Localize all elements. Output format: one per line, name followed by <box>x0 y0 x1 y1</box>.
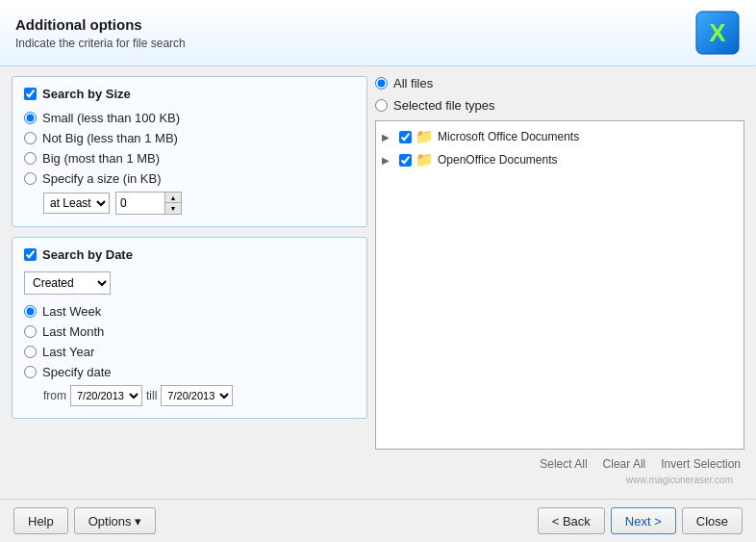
options-button[interactable]: Options ▾ <box>74 507 156 534</box>
search-by-date-checkbox[interactable] <box>24 248 37 261</box>
selected-types-radio[interactable] <box>375 99 388 112</box>
main-content: Search by Size Small (less than 100 KB) … <box>0 66 756 499</box>
date-lastweek-option: Last Week <box>24 304 355 319</box>
till-label: till <box>146 389 157 402</box>
size-big-option: Big (most than 1 MB) <box>24 151 355 166</box>
options-label: Options <box>88 514 132 529</box>
size-notbig-label[interactable]: Not Big (less than 1 MB) <box>42 131 178 145</box>
size-small-radio[interactable] <box>24 112 37 124</box>
size-big-label[interactable]: Big (most than 1 MB) <box>42 151 160 166</box>
help-button[interactable]: Help <box>13 507 68 534</box>
size-notbig-option: Not Big (less than 1 MB) <box>24 131 355 145</box>
at-least-select[interactable]: at Least at Most <box>43 193 110 214</box>
size-spinner-up[interactable]: ▲ <box>165 193 181 203</box>
date-lastyear-option: Last Year <box>24 345 355 359</box>
date-group-title: Search by Date <box>24 247 355 262</box>
date-type-select[interactable]: Created Modified Accessed <box>24 271 111 295</box>
from-date-select[interactable]: 7/20/2013 7/19/2013 <box>70 385 142 406</box>
selected-file-types-row: Selected file types <box>375 98 744 113</box>
invert-selection-button[interactable]: Invert Selection <box>657 455 744 473</box>
next-button[interactable]: Next > <box>611 507 676 534</box>
file-tree-box: ▶ 📁 Microsoft Office Documents ▶ 📁 OpenO… <box>375 120 744 450</box>
search-by-date-group: Search by Date Created Modified Accessed… <box>12 237 367 419</box>
page-subtitle: Indicate the criteria for file search <box>15 37 186 50</box>
tree-item-openoffice[interactable]: ▶ 📁 OpenOffice Documents <box>378 148 742 171</box>
date-dropdown-row: Created Modified Accessed <box>24 271 355 295</box>
search-by-date-label[interactable]: Search by Date <box>42 247 133 262</box>
date-lastmonth-radio[interactable] <box>24 325 37 338</box>
app-logo: X <box>694 10 741 56</box>
footer-right: < Back Next > Close <box>538 507 743 534</box>
options-chevron-icon: ▾ <box>135 514 141 529</box>
search-by-size-group: Search by Size Small (less than 100 KB) … <box>12 76 367 227</box>
size-notbig-radio[interactable] <box>24 132 37 144</box>
date-lastweek-radio[interactable] <box>24 305 37 318</box>
date-lastyear-label[interactable]: Last Year <box>42 345 94 359</box>
header: Additional options Indicate the criteria… <box>0 0 756 66</box>
watermark-text: www.magicuneraser.com <box>626 475 733 485</box>
from-label: from <box>43 389 66 402</box>
size-specify-label[interactable]: Specify a size (in KB) <box>42 171 162 186</box>
date-specify-label[interactable]: Specify date <box>42 365 112 379</box>
size-small-option: Small (less than 100 KB) <box>24 111 355 125</box>
all-files-row: All files <box>375 76 744 90</box>
folder-icon-openoffice: 📁 <box>416 151 434 168</box>
window: Additional options Indicate the criteria… <box>0 0 756 542</box>
header-text: Additional options Indicate the criteria… <box>15 16 186 50</box>
all-files-radio[interactable] <box>375 77 388 90</box>
specify-size-row: at Least at Most ▲ ▼ <box>43 192 355 215</box>
clear-all-button[interactable]: Clear All <box>599 455 650 473</box>
page-title: Additional options <box>15 16 186 33</box>
search-by-size-label[interactable]: Search by Size <box>42 87 131 101</box>
size-number-wrap: ▲ ▼ <box>115 192 182 215</box>
size-spinner-down[interactable]: ▼ <box>165 203 181 214</box>
close-button[interactable]: Close <box>682 507 743 534</box>
left-panel: Search by Size Small (less than 100 KB) … <box>12 76 367 489</box>
file-type-options: All files Selected file types ▶ 📁 Micros… <box>375 76 744 473</box>
select-all-button[interactable]: Select All <box>536 455 591 473</box>
date-lastyear-radio[interactable] <box>24 346 37 358</box>
back-button[interactable]: < Back <box>538 507 605 534</box>
date-lastmonth-option: Last Month <box>24 324 355 339</box>
till-date-select[interactable]: 7/20/2013 7/19/2013 <box>161 385 233 406</box>
tree-label-microsoft: Microsoft Office Documents <box>438 130 579 143</box>
svg-text:X: X <box>709 18 726 47</box>
action-buttons-row: Select All Clear All Invert Selection <box>375 455 744 473</box>
tree-label-openoffice: OpenOffice Documents <box>438 153 558 167</box>
footer: Help Options ▾ < Back Next > Close <box>0 499 756 542</box>
footer-left: Help Options ▾ <box>13 507 156 534</box>
date-specify-option: Specify date <box>24 365 355 379</box>
selected-types-label[interactable]: Selected file types <box>393 98 495 113</box>
checkbox-microsoft[interactable] <box>399 131 412 143</box>
tree-item-microsoft[interactable]: ▶ 📁 Microsoft Office Documents <box>378 125 742 148</box>
search-by-size-checkbox[interactable] <box>24 88 37 100</box>
watermark: www.magicuneraser.com <box>375 473 744 489</box>
size-big-radio[interactable] <box>24 152 37 165</box>
size-specify-radio[interactable] <box>24 172 37 185</box>
right-panel: All files Selected file types ▶ 📁 Micros… <box>375 76 744 489</box>
all-files-label[interactable]: All files <box>393 76 433 90</box>
size-spinner: ▲ ▼ <box>164 193 181 214</box>
folder-icon-microsoft: 📁 <box>416 128 434 145</box>
size-group-title: Search by Size <box>24 87 355 101</box>
date-lastweek-label[interactable]: Last Week <box>42 304 101 319</box>
date-lastmonth-label[interactable]: Last Month <box>42 324 104 339</box>
expand-icon-openoffice[interactable]: ▶ <box>382 155 395 166</box>
date-specify-radio[interactable] <box>24 366 37 378</box>
checkbox-openoffice[interactable] <box>399 154 412 167</box>
size-small-label[interactable]: Small (less than 100 KB) <box>42 111 180 125</box>
size-value-input[interactable] <box>116 193 164 214</box>
size-specify-option: Specify a size (in KB) <box>24 171 355 186</box>
expand-icon-microsoft[interactable]: ▶ <box>382 132 395 142</box>
specify-date-row: from 7/20/2013 7/19/2013 till 7/20/2013 … <box>43 385 355 406</box>
